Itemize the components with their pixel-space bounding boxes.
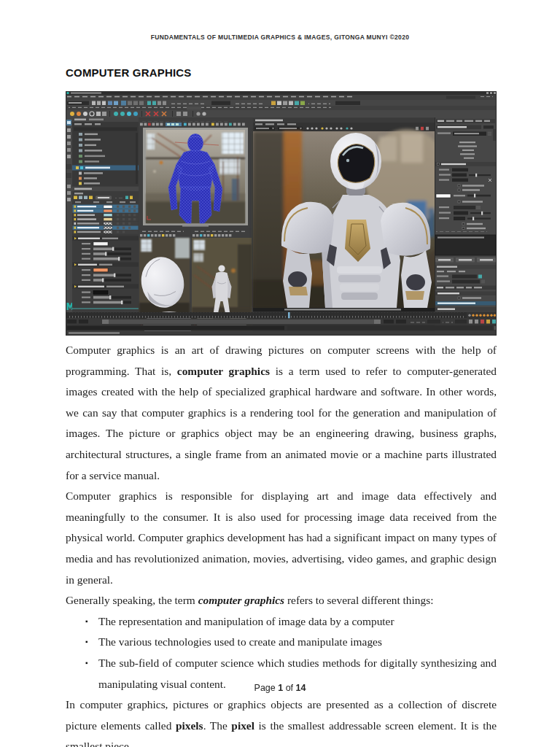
list-item: ▪The various technologies used to create…: [66, 632, 497, 653]
bullet-list: ▪The representation and manipulation of …: [66, 611, 497, 694]
maya-toolbox: [66, 117, 74, 336]
maya-command-line: [66, 325, 497, 331]
footer-total-pages: 14: [296, 683, 306, 693]
render-info-strip: [284, 309, 401, 310]
page-title: COMPUTER GRAPHICS: [66, 66, 192, 79]
persp-photo: [146, 130, 245, 223]
footer-of: of: [283, 683, 295, 693]
playback-controls: [467, 312, 497, 319]
document-header: FUNDAMENTALS OF MULTIMEDIA GRAPHICS & IM…: [0, 34, 560, 41]
p1-run-bold: computer graphics: [177, 365, 270, 377]
p1-run-2: is a term used to refer to computer-gene…: [66, 365, 497, 481]
p4-run-2: . The: [203, 719, 232, 732]
paragraph-2: Computer graphics is responsible for dis…: [66, 486, 497, 590]
maya-shelf-tabs: [66, 106, 497, 110]
maya-screenshot: [66, 91, 497, 336]
maya-range-slider: [66, 319, 497, 325]
p4-run-bold-2: pixel: [231, 719, 254, 732]
maya-menu-bar: [66, 95, 497, 100]
document-page: FUNDAMENTALS OF MULTIMEDIA GRAPHICS & IM…: [0, 0, 560, 747]
maya-status-toolbar: [66, 100, 497, 106]
p3-run-bold-italic: computer graphics: [198, 594, 284, 606]
maya-shelf-icons: [66, 110, 497, 117]
color-swatch-white: [436, 194, 451, 198]
maya-property-editor: [72, 235, 139, 311]
persp-camera-label: [182, 225, 209, 227]
footer-label: Page: [254, 683, 279, 693]
list-item: ▪The representation and manipulation of …: [66, 611, 497, 632]
bullet-text-2: The various technologies used to create …: [98, 632, 497, 653]
light-editor-rows: [73, 205, 139, 234]
bullet-icon: ▪: [85, 632, 98, 653]
maya-logo-icon: [67, 92, 69, 94]
p3-run-1: Generally speaking, the term: [66, 594, 198, 606]
page-footer: Page 1 of 14: [0, 683, 560, 693]
bullet-icon: ▪: [85, 611, 98, 632]
p2-run-1: Computer graphics is responsible for dis…: [66, 489, 497, 585]
maya-attribute-editor: [435, 117, 497, 311]
bullet-text-1: The representation and manipulation of i…: [98, 611, 497, 632]
current-frame-marker: [288, 312, 290, 319]
paragraph-4: In computer graphics, pictures or graphi…: [66, 694, 497, 747]
maya-timeline: [66, 312, 497, 319]
render-view-title: [255, 120, 283, 122]
maya-light-editor-panel: [72, 187, 139, 235]
paragraph-1: Computer graphics is an art of drawing p…: [66, 340, 497, 486]
p4-run-bold-1: pixels: [176, 719, 203, 732]
paragraph-3: Generally speaking, the term computer gr…: [66, 590, 497, 611]
p3-run-2: refers to several different things:: [284, 594, 433, 606]
maya-persp-viewport: [139, 118, 252, 228]
maya-screenshot-figure: [66, 91, 497, 336]
maya-outliner-panel: [72, 117, 139, 186]
